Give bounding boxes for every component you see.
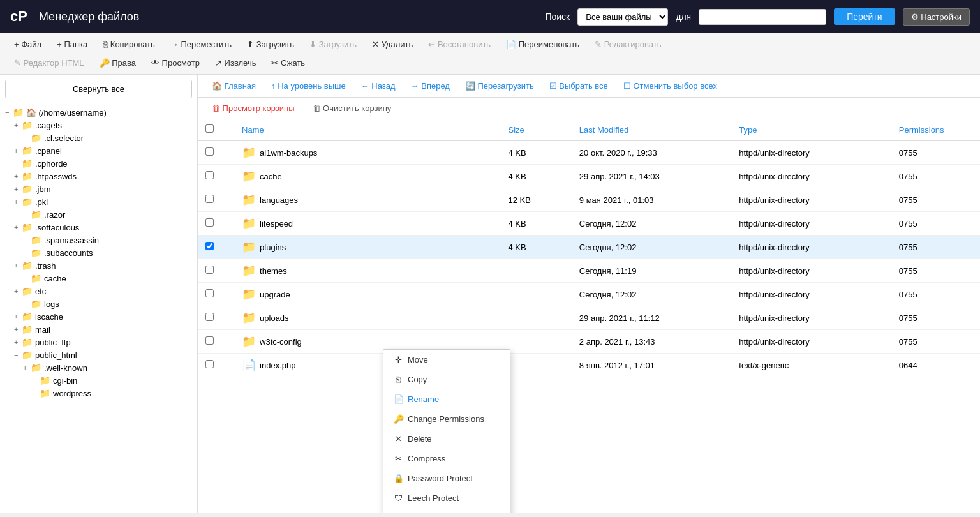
empty-trash-button[interactable]: 🗑 Очистить корзину <box>306 101 398 116</box>
row-checkbox-9[interactable] <box>205 360 214 368</box>
settings-button[interactable]: ⚙ Настройки <box>903 8 970 26</box>
tree-item-softaculous[interactable]: +📁.softaculous <box>5 221 192 234</box>
row-checkbox-8[interactable] <box>205 336 214 345</box>
tree-item-cgi-bin[interactable]: 📁cgi-bin <box>5 374 192 387</box>
tree-item-public_ftp[interactable]: +📁public_ftp <box>5 336 192 348</box>
table-row[interactable]: 📁w3tc-config2 апр. 2021 г., 13:43httpd/u… <box>198 330 980 354</box>
tree-toggle-well-known[interactable]: + <box>23 364 29 371</box>
compress-button[interactable]: ✂ Сжать <box>265 56 311 70</box>
tree-item-etc[interactable]: +📁etc <box>5 285 192 297</box>
context-menu-item-copy[interactable]: ⎘Copy <box>383 370 510 389</box>
row-checkbox-4[interactable] <box>205 242 214 250</box>
tree-toggle-cagefs[interactable]: + <box>14 121 20 129</box>
new-folder-button[interactable]: + Папка <box>50 37 94 52</box>
tree-toggle-trash[interactable]: + <box>14 262 20 269</box>
row-checkbox-6[interactable] <box>205 289 214 297</box>
table-header-name[interactable]: Name <box>234 119 500 140</box>
table-row[interactable]: 📁upgradeСегодня, 12:02httpd/unix-directo… <box>198 283 980 306</box>
context-menu-item-change-permissions[interactable]: 🔑Change Permissions <box>383 409 510 429</box>
context-menu-item-rename[interactable]: 📄Rename <box>383 389 510 409</box>
row-checkbox-2[interactable] <box>205 195 214 203</box>
context-menu-item-leech-protect[interactable]: 🛡Leech Protect <box>383 488 510 508</box>
select-all-button[interactable]: ☑ Выбрать все <box>543 79 614 93</box>
tree-toggle-cpanel[interactable]: + <box>14 147 20 154</box>
tree-item-well-known[interactable]: +📁.well-known <box>5 361 192 374</box>
view-button[interactable]: 👁 Просмотр <box>145 56 206 70</box>
delete-button[interactable]: ✕ Удалить <box>366 37 419 52</box>
tree-toggle-root[interactable]: − <box>5 109 11 116</box>
edit-button[interactable]: ✎ Редактировать <box>588 37 667 52</box>
tree-item-pki[interactable]: +📁.pki <box>5 195 192 208</box>
go-button[interactable]: Перейти <box>834 8 895 25</box>
tree-item-cphorde[interactable]: 📁.cphorde <box>5 157 192 170</box>
tree-item-cache[interactable]: 📁cache <box>5 272 192 285</box>
tree-item-wordpress[interactable]: 📁wordpress <box>5 387 192 400</box>
context-menu-item-manage-indices[interactable]: 🔧Manage Indices <box>383 508 510 513</box>
tree-toggle-public_ftp[interactable]: + <box>14 338 20 346</box>
tree-item-cl_selector[interactable]: 📁.cl.selector <box>5 131 192 144</box>
tree-item-trash[interactable]: +📁.trash <box>5 259 192 272</box>
permissions-button[interactable]: 🔑 Права <box>93 56 142 70</box>
table-row[interactable]: 📁themesСегодня, 11:19httpd/unix-director… <box>198 259 980 283</box>
html-editor-button[interactable]: ✎ Редактор HTML <box>8 56 91 70</box>
tree-toggle-etc[interactable]: + <box>14 287 20 295</box>
context-menu-item-compress[interactable]: ✂Compress <box>383 449 510 468</box>
tree-item-root[interactable]: −📁🏠 (/home/username) <box>5 106 192 119</box>
new-file-button[interactable]: + Файл <box>8 37 48 52</box>
tree-toggle-htpasswds[interactable]: + <box>14 172 20 180</box>
table-row[interactable]: 📄index.php8 янв. 2012 г., 17:01text/x-ge… <box>198 354 980 377</box>
search-scope-select[interactable]: Все ваши файлы <box>577 8 668 26</box>
tree-item-razor[interactable]: 📁.razor <box>5 208 192 221</box>
row-checkbox-1[interactable] <box>205 171 214 179</box>
table-header-type[interactable]: Type <box>731 119 891 140</box>
search-input[interactable] <box>699 9 826 25</box>
table-row[interactable]: 📁cache4 KB29 апр. 2021 г., 14:03httpd/un… <box>198 165 980 188</box>
forward-button[interactable]: → Вперед <box>405 79 456 93</box>
home-button[interactable]: 🏠 Главная <box>205 79 262 93</box>
reload-button[interactable]: 🔄 Перезагрузить <box>459 79 540 93</box>
row-checkbox-7[interactable] <box>205 313 214 321</box>
row-checkbox-0[interactable] <box>205 147 214 156</box>
table-row[interactable]: 📁uploads29 апр. 2021 г., 11:12httpd/unix… <box>198 306 980 330</box>
tree-toggle-jbm[interactable]: + <box>14 185 20 193</box>
restore-button[interactable]: ↩ Восстановить <box>422 37 497 52</box>
table-row[interactable]: 📁litespeed4 KBСегодня, 12:02httpd/unix-d… <box>198 212 980 236</box>
tree-item-htpasswds[interactable]: +📁.htpasswds <box>5 170 192 183</box>
extract-button[interactable]: ↗ Извлечь <box>209 56 262 70</box>
tree-item-spamassassin[interactable]: 📁.spamassassin <box>5 234 192 246</box>
select-all-checkbox[interactable] <box>205 124 214 133</box>
tree-item-lscache[interactable]: +📁lscache <box>5 310 192 323</box>
copy-button[interactable]: ⎘ Копировать <box>96 37 161 52</box>
download-button[interactable]: ⬇ Загрузить <box>303 37 363 52</box>
table-row[interactable]: 📁languages12 KB9 мая 2021 г., 01:03httpd… <box>198 188 980 212</box>
upload-button[interactable]: ⬆ Загрузить <box>241 37 301 52</box>
row-checkbox-3[interactable] <box>205 218 214 227</box>
tree-item-cpanel[interactable]: +📁.cpanel <box>5 144 192 157</box>
tree-item-subaccounts[interactable]: 📁.subaccounts <box>5 246 192 259</box>
table-row[interactable]: 📁ai1wm-backups4 KB20 окт. 2020 г., 19:33… <box>198 140 980 165</box>
tree-toggle-softaculous[interactable]: + <box>14 223 20 231</box>
table-row[interactable]: 📁plugins4 KBСегодня, 12:02httpd/unix-dir… <box>198 236 980 259</box>
collapse-all-button[interactable]: Свернуть все <box>5 80 192 98</box>
context-menu-item-delete[interactable]: ✕Delete <box>383 429 510 449</box>
context-menu-item-move[interactable]: ✛Move <box>383 350 510 370</box>
up-button[interactable]: ↑ На уровень выше <box>265 79 352 93</box>
tree-toggle-lscache[interactable]: + <box>14 313 20 320</box>
tree-toggle-pki[interactable]: + <box>14 198 20 206</box>
table-header-last-modified[interactable]: Last Modified <box>572 119 731 140</box>
tree-toggle-public_html[interactable]: − <box>14 351 20 359</box>
view-trash-button[interactable]: 🗑 Просмотр корзины <box>205 101 301 116</box>
tree-item-logs[interactable]: 📁logs <box>5 297 192 310</box>
table-header-size[interactable]: Size <box>501 119 572 140</box>
tree-item-mail[interactable]: +📁mail <box>5 323 192 336</box>
rename-button[interactable]: 📄 Переименовать <box>500 37 586 52</box>
tree-item-cagefs[interactable]: +📁.cagefs <box>5 119 192 131</box>
tree-toggle-mail[interactable]: + <box>14 326 20 333</box>
deselect-all-button[interactable]: ☐ Отменить выбор всех <box>617 79 724 93</box>
table-header-permissions[interactable]: Permissions <box>891 119 980 140</box>
context-menu-item-password-protect[interactable]: 🔒Password Protect <box>383 468 510 488</box>
back-button[interactable]: ← Назад <box>355 79 402 93</box>
move-button[interactable]: → Переместить <box>164 37 238 52</box>
row-checkbox-5[interactable] <box>205 266 214 274</box>
tree-item-public_html[interactable]: −📁public_html <box>5 348 192 361</box>
